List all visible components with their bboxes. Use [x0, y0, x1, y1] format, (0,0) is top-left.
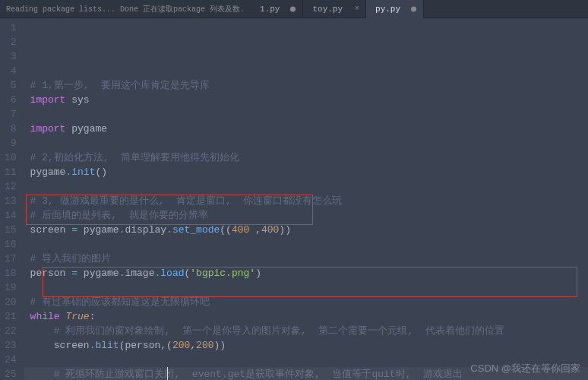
tab-label: py.py [375, 5, 400, 14]
line-number: 9 [5, 136, 17, 150]
code-line[interactable]: # 后面填的是列表, 就是你要的分辨率 [30, 208, 588, 223]
line-number: 17 [5, 252, 17, 266]
dirty-dot-icon [411, 6, 416, 11]
editor-area[interactable]: 1234567891011121314151617181920212223242… [0, 18, 588, 380]
code-line[interactable]: # 导入我们的图片 [30, 252, 588, 266]
code-line[interactable] [30, 136, 588, 150]
code-content[interactable]: # 1,第一步, 要用这个库肯定是先导库import sysimport pyg… [24, 18, 588, 380]
line-number: 22 [5, 324, 17, 338]
code-line[interactable]: screen = pygame.display.set_mode((400 ,4… [30, 223, 588, 237]
line-number: 3 [5, 49, 17, 64]
dirty-dot-icon [290, 6, 296, 11]
line-number: 18 [5, 266, 17, 280]
line-number: 10 [5, 150, 17, 165]
code-line[interactable] [30, 179, 588, 194]
line-number: 14 [5, 208, 17, 223]
line-number: 4 [5, 64, 17, 78]
tab-1py[interactable]: 1.py [251, 0, 303, 18]
line-number: 13 [5, 194, 17, 208]
line-number: 15 [5, 223, 17, 237]
code-line[interactable]: person = pygame.image.load('bgpic.png') [30, 266, 588, 280]
tab-bar: Reading package lists... Done 正在读取packag… [0, 0, 588, 18]
tab-pypy[interactable]: py.py [366, 0, 424, 18]
close-icon[interactable]: × [355, 0, 359, 18]
line-gutter: 1234567891011121314151617181920212223242… [0, 18, 24, 380]
code-line[interactable]: while True: [30, 309, 588, 324]
line-number: 16 [5, 237, 17, 252]
tab-toy[interactable]: toy.py × [303, 0, 366, 18]
code-line[interactable]: import pygame [30, 122, 588, 136]
code-line[interactable]: # 有过基础的应该都知道这是无限循环吧 [30, 295, 588, 309]
code-line[interactable]: # 3, 做游戏最重要的是什么, 肯定是窗口, 你连窗口都没有怎么玩 [30, 194, 588, 208]
code-line[interactable]: import sys [30, 93, 588, 107]
code-line[interactable] [30, 280, 588, 295]
code-line[interactable] [30, 237, 588, 252]
code-line[interactable]: # 2,初始化方法, 简单理解要用他得先初始化 [30, 150, 588, 165]
tab-label: toy.py [312, 5, 343, 14]
line-number: 21 [5, 309, 17, 324]
line-number: 23 [5, 338, 17, 353]
tab-label: 1.py [260, 5, 280, 14]
line-number: 8 [5, 122, 17, 136]
code-line[interactable]: # 利用我们的窗对象绘制, 第一个是你导入的图片对象, 第二个需要一个元组, 代… [30, 324, 588, 338]
line-number: 5 [5, 78, 17, 93]
line-number: 25 [5, 367, 17, 380]
line-number: 12 [5, 179, 17, 194]
line-number: 11 [5, 165, 17, 179]
line-number: 1 [5, 21, 17, 35]
line-number: 19 [5, 280, 17, 295]
line-number: 6 [5, 93, 17, 107]
code-line[interactable]: # 1,第一步, 要用这个库肯定是先导库 [30, 78, 588, 93]
watermark: CSDN @我还在等你回家 [470, 362, 580, 375]
line-number: 2 [5, 35, 17, 49]
line-number: 20 [5, 295, 17, 309]
line-number: 24 [5, 353, 17, 367]
line-number: 7 [5, 107, 17, 122]
code-line[interactable] [30, 107, 588, 122]
status-message: Reading package lists... Done 正在读取packag… [0, 4, 251, 14]
code-line[interactable]: pygame.init() [30, 165, 588, 179]
code-line[interactable]: screen.blit(person,(200,200)) [30, 338, 588, 353]
